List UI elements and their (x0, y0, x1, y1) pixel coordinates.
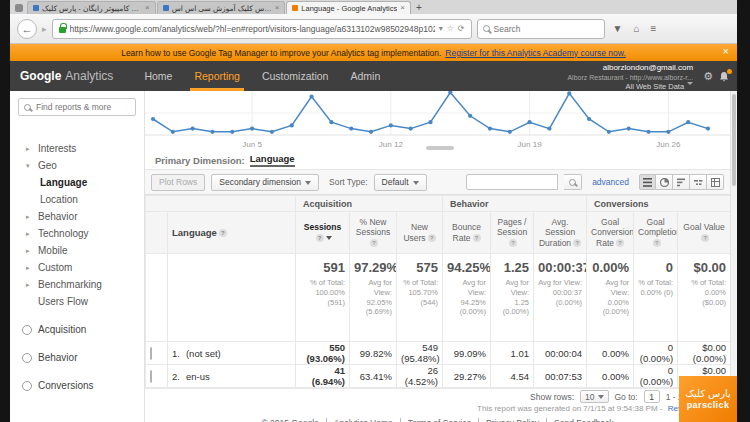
sidebar-item-behavior[interactable]: ▸Behavior (10, 208, 144, 225)
column-header-bounce-rate[interactable]: Bounce Rate? (443, 212, 491, 254)
back-button[interactable]: ← (17, 19, 37, 39)
sidebar-item-custom[interactable]: ▸Custom (10, 259, 144, 276)
help-icon[interactable]: ? (316, 234, 324, 242)
percentage-view-icon[interactable] (656, 174, 673, 190)
pivot-view-icon[interactable] (707, 174, 724, 190)
column-header-new-sessions[interactable]: % New Sessions? (350, 212, 397, 254)
column-header-new-users[interactable]: New Users? (397, 212, 443, 254)
help-icon[interactable]: ? (473, 234, 481, 242)
table-search-button[interactable] (564, 174, 582, 190)
download-icon[interactable]: ▼ (610, 23, 626, 34)
column-header-goal-value[interactable]: Goal Value? (678, 212, 730, 254)
help-icon[interactable]: ? (616, 239, 624, 247)
help-icon[interactable]: ? (509, 239, 517, 247)
sidebar-item-geo[interactable]: ▾Geo (10, 157, 144, 174)
plot-rows-button[interactable]: Plot Rows (151, 174, 205, 191)
column-header-pages-session[interactable]: Pages / Session? (491, 212, 534, 254)
close-tab-icon[interactable]: × (275, 4, 280, 12)
browser-search-box[interactable] (477, 19, 605, 39)
sidebar-item-mobile[interactable]: ▸Mobile (10, 242, 144, 259)
column-header-sessions[interactable]: Sessions? (296, 212, 350, 254)
home-icon[interactable]: ⌂ (630, 23, 642, 34)
page-scrollbar[interactable] (730, 91, 737, 422)
parsclick-watermark: پارس کلیک parsclick (679, 376, 737, 422)
chart-scrollbar-thumb[interactable] (426, 146, 454, 150)
browser-tab-active[interactable]: Language - Google Analytics × (286, 1, 411, 14)
sidebar-section-behavior[interactable]: Behavior (10, 349, 144, 366)
footer-feedback-link[interactable]: Send Feedback (547, 418, 621, 422)
close-icon[interactable]: × (723, 45, 729, 57)
table-search-input[interactable] (466, 174, 558, 190)
nav-home[interactable]: Home (133, 61, 183, 91)
help-icon[interactable]: ? (370, 239, 378, 247)
notice-register-link[interactable]: Register for this Analytics Academy cour… (445, 48, 625, 58)
help-icon[interactable]: ? (701, 234, 709, 242)
sidebar-item-users-flow[interactable]: Users Flow (10, 293, 144, 310)
address-bar[interactable]: https://www.google.com/analytics/web/?hl… (52, 19, 472, 39)
table-row[interactable]: 1.(not set) 550 (93.06%) 99.82% 549 (95.… (146, 342, 731, 365)
column-header-session-duration[interactable]: Avg. Session Duration? (534, 212, 587, 254)
performance-view-icon[interactable] (673, 174, 690, 190)
nav-admin[interactable]: Admin (339, 61, 391, 91)
browser-tab-2[interactable]: پارس کلیک آموزش سی اس اس × (157, 1, 286, 14)
sidebar-item-language[interactable]: Language (10, 174, 144, 191)
row-language-cell[interactable]: 2.en-us (168, 365, 296, 388)
browser-tab-1[interactable]: آموزش کامپیوتر رایگان - پارس کلیک × (27, 1, 156, 14)
account-switcher[interactable]: alborzlondon@gmail.com Alborz Restaurant… (567, 61, 697, 91)
goto-page-input[interactable] (644, 390, 660, 403)
reload-icon[interactable]: ⟳ (458, 24, 465, 33)
sort-type-dropdown[interactable]: Default (374, 174, 427, 191)
firefox-menu-icon[interactable] (15, 4, 23, 12)
data-view-icon[interactable] (639, 174, 656, 190)
footer-analytics-home-link[interactable]: Analytics Home (327, 418, 401, 422)
summary-row: 591% of Total: 100.00% (591) 97.29%Avg f… (146, 254, 731, 342)
forward-button[interactable]: ▸ (42, 24, 47, 34)
sidebar-item-benchmarking[interactable]: ▸Benchmarking (10, 276, 144, 293)
help-icon[interactable]: ? (653, 239, 661, 247)
sidebar-item-interests[interactable]: ▸Interests (10, 140, 144, 157)
row-language-cell[interactable]: 1.(not set) (168, 342, 296, 365)
secondary-dimension-dropdown[interactable]: Secondary dimension (211, 174, 319, 191)
checkbox[interactable] (150, 347, 152, 360)
nav-customization[interactable]: Customization (251, 61, 340, 91)
sidebar-item-location[interactable]: Location (10, 191, 144, 208)
gear-icon[interactable]: ⚙ (703, 70, 713, 83)
row-checkbox-cell[interactable] (146, 365, 168, 388)
help-icon[interactable]: ? (573, 239, 581, 247)
cell-pages-session: 1.01 (491, 342, 534, 365)
column-header-language[interactable]: Language? (168, 212, 296, 254)
chevron-down-icon[interactable]: ▾ (439, 24, 443, 33)
sidebar-section-acquisition[interactable]: Acquisition (10, 321, 144, 338)
comparison-view-icon[interactable] (690, 174, 707, 190)
menu-icon[interactable]: ≡ (647, 23, 659, 34)
close-tab-icon[interactable]: × (400, 4, 405, 12)
sidebar-search-box[interactable] (18, 98, 136, 116)
show-rows-select[interactable]: 10 (580, 390, 608, 403)
advanced-filter-link[interactable]: advanced (592, 177, 629, 187)
help-icon[interactable]: ? (219, 229, 227, 237)
column-header-goal-completions[interactable]: Goal Completions? (634, 212, 678, 254)
row-checkbox-cell[interactable] (146, 342, 168, 365)
sidebar-item-technology[interactable]: ▸Technology (10, 225, 144, 242)
tab-title: Language - Google Analytics (301, 4, 397, 13)
close-tab-icon[interactable]: × (145, 4, 150, 12)
table-row[interactable]: 2.en-us 41 (6.94%) 63.41% 26 (4.52%) 29.… (146, 365, 731, 388)
nav-reporting[interactable]: Reporting (183, 61, 251, 91)
bell-icon[interactable] (719, 71, 729, 82)
column-header-goal-conversion-rate[interactable]: Goal Conversion Rate? (587, 212, 634, 254)
help-icon[interactable]: ? (428, 234, 436, 242)
sidebar-search-input[interactable] (36, 102, 131, 112)
footer-terms-link[interactable]: Terms of Service (401, 418, 479, 422)
row-language[interactable]: en-us (186, 371, 210, 382)
footer-privacy-link[interactable]: Privacy Policy (479, 418, 547, 422)
browser-search-input[interactable] (494, 24, 584, 34)
checkbox[interactable] (150, 370, 152, 383)
account-view[interactable]: All Web Site Data (567, 82, 693, 91)
new-tab-button[interactable]: + (412, 2, 427, 14)
bookmark-star-icon[interactable]: ☆ (447, 24, 454, 33)
row-language[interactable]: (not set) (186, 348, 221, 359)
ga-notification-bar: Learn how to use Google Tag Manager to i… (10, 44, 737, 61)
sidebar-section-conversions[interactable]: Conversions (10, 377, 144, 394)
scrollbar-thumb[interactable] (732, 94, 736, 186)
primary-dimension-language[interactable]: Language (250, 153, 295, 167)
